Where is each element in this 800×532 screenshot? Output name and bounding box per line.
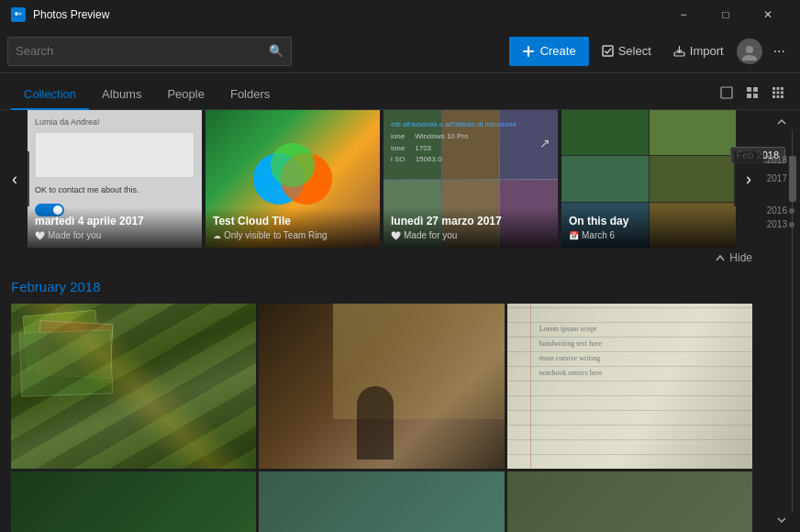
svg-rect-5 bbox=[603, 46, 613, 56]
svg-rect-10 bbox=[753, 87, 758, 92]
scrollable-area[interactable]: ‹ Lumia da Andrea! OK to contact me abou… bbox=[0, 110, 763, 532]
create-icon bbox=[522, 45, 535, 58]
story-sub-1: 🤍 Made for you bbox=[35, 230, 194, 240]
window-controls: − □ ✕ bbox=[662, 0, 789, 29]
view-controls bbox=[716, 84, 789, 109]
titlebar: Photos Preview − □ ✕ bbox=[0, 0, 800, 29]
create-button[interactable]: Create bbox=[509, 37, 589, 66]
stories-prev-button[interactable]: ‹ bbox=[0, 151, 29, 206]
timeline-dot-2017 bbox=[789, 176, 794, 182]
avatar[interactable] bbox=[737, 39, 762, 64]
story-sub-4: 📅 March 6 bbox=[569, 230, 728, 240]
view-grid-button[interactable] bbox=[741, 84, 763, 104]
svg-rect-9 bbox=[747, 87, 751, 92]
timeline-year-2013: 2013 bbox=[767, 219, 787, 229]
story-card-1[interactable]: Lumia da Andrea! OK to contact me about … bbox=[28, 110, 202, 248]
story-sub-3: 🤍 Made for you bbox=[391, 230, 550, 240]
photo-cell-1[interactable] bbox=[11, 304, 256, 469]
svg-rect-8 bbox=[721, 87, 732, 98]
select-icon bbox=[602, 45, 614, 57]
story-overlay-3: lunedì 27 marzo 2017 🤍 Made for you bbox=[383, 207, 558, 248]
svg-rect-17 bbox=[777, 92, 780, 94]
import-button[interactable]: Import bbox=[664, 37, 733, 66]
tab-collection[interactable]: Collection bbox=[11, 80, 89, 110]
story-overlay-4: On this day 📅 March 6 bbox=[561, 207, 736, 248]
search-input[interactable] bbox=[16, 44, 269, 58]
stories-section: ‹ Lumia da Andrea! OK to contact me abou… bbox=[0, 110, 763, 268]
photo-cell-2[interactable] bbox=[259, 304, 504, 469]
hide-up-icon bbox=[715, 252, 726, 263]
chevron-up-icon bbox=[777, 117, 786, 127]
story-title-1: martedì 4 aprile 2017 bbox=[35, 215, 194, 227]
svg-rect-21 bbox=[781, 95, 783, 98]
hide-button[interactable]: Hide bbox=[715, 251, 752, 264]
timeline-year-2017: 2017 bbox=[767, 173, 787, 183]
app-icon bbox=[11, 7, 26, 22]
svg-point-27 bbox=[271, 143, 315, 187]
tab-people[interactable]: People bbox=[154, 80, 217, 110]
svg-point-7 bbox=[746, 46, 753, 53]
svg-rect-14 bbox=[777, 87, 780, 90]
svg-rect-15 bbox=[781, 87, 783, 90]
story-card-4[interactable]: On this day 📅 March 6 bbox=[561, 110, 736, 248]
story-card-3[interactable]: etti all'azienda o all'istituto di istru… bbox=[383, 110, 558, 248]
create-label: Create bbox=[540, 44, 576, 58]
story-card-2[interactable]: Test Cloud Tile ☁ Only visible to Team R… bbox=[206, 110, 380, 248]
tab-albums[interactable]: Albums bbox=[89, 80, 154, 110]
photo-cell-4[interactable] bbox=[11, 471, 256, 532]
calendar-icon: 📅 bbox=[569, 231, 579, 240]
section-month-label: February 2018 bbox=[11, 279, 752, 294]
svg-point-1 bbox=[15, 12, 18, 16]
search-icon[interactable]: 🔍 bbox=[269, 44, 283, 58]
nav-tabs: Collection Albums People Folders bbox=[0, 73, 800, 110]
chevron-down-icon bbox=[777, 515, 786, 525]
photo-cell-5[interactable] bbox=[259, 471, 504, 532]
search-box[interactable]: 🔍 bbox=[7, 37, 292, 66]
import-icon bbox=[673, 45, 685, 57]
svg-rect-11 bbox=[747, 94, 751, 98]
story-overlay-1: martedì 4 aprile 2017 🤍 Made for you bbox=[28, 207, 202, 248]
story-sub-2: ☁ Only visible to Team Ring bbox=[213, 230, 372, 240]
collection-section-feb2018: February 2018 bbox=[0, 268, 763, 532]
timeline-year-2018: 2018 bbox=[767, 155, 787, 165]
photo-cell-6[interactable] bbox=[507, 471, 752, 532]
timeline-year-2016: 2016 bbox=[767, 205, 787, 216]
timeline-scroll-up-button[interactable] bbox=[763, 114, 800, 130]
svg-rect-19 bbox=[772, 95, 775, 98]
select-button[interactable]: Select bbox=[593, 37, 661, 66]
timeline-dot-2018 bbox=[789, 158, 794, 163]
svg-rect-12 bbox=[753, 94, 758, 98]
timeline-dot-2016 bbox=[789, 208, 794, 214]
maximize-button[interactable]: □ bbox=[705, 0, 747, 29]
stories-next-button[interactable]: › bbox=[734, 151, 763, 206]
svg-rect-13 bbox=[772, 87, 775, 90]
view-small-grid-button[interactable] bbox=[767, 84, 789, 104]
minimize-button[interactable]: − bbox=[662, 0, 705, 29]
view-single-button[interactable] bbox=[716, 84, 738, 104]
svg-rect-4 bbox=[523, 50, 534, 52]
svg-rect-20 bbox=[777, 95, 780, 98]
story-title-2: Test Cloud Tile bbox=[213, 215, 372, 227]
app-window: Photos Preview − □ ✕ 🔍 Create Select bbox=[0, 0, 800, 532]
app-title: Photos Preview bbox=[33, 8, 662, 21]
main-content: ‹ Lumia da Andrea! OK to contact me abou… bbox=[0, 110, 800, 532]
timeline-dot-2013 bbox=[789, 222, 794, 227]
photo-cell-3[interactable]: Lorem ipsum scripthandwriting text herem… bbox=[507, 304, 752, 469]
timeline-scroll-down-button[interactable] bbox=[763, 512, 800, 528]
photo-grid-partial bbox=[11, 471, 752, 532]
more-button[interactable]: ··· bbox=[766, 37, 793, 66]
timeline-track[interactable]: Feb 2018 2018 2017 2016 2013 bbox=[763, 130, 800, 512]
story-title-4: On this day bbox=[569, 215, 728, 227]
heart-icon: 🤍 bbox=[35, 231, 45, 240]
hide-section: Hide bbox=[0, 248, 763, 268]
toolbar: 🔍 Create Select Import bbox=[0, 29, 800, 73]
photo-grid-main: Lorem ipsum scripthandwriting text herem… bbox=[11, 304, 752, 469]
svg-rect-18 bbox=[781, 92, 783, 94]
import-label: Import bbox=[690, 44, 724, 58]
timeline-bar: Feb 2018 2018 2017 2016 2013 bbox=[763, 110, 800, 532]
close-button[interactable]: ✕ bbox=[747, 0, 789, 29]
tab-folders[interactable]: Folders bbox=[217, 80, 283, 110]
hide-label: Hide bbox=[729, 251, 752, 264]
svg-point-2 bbox=[19, 13, 22, 16]
story-title-3: lunedì 27 marzo 2017 bbox=[391, 215, 550, 227]
